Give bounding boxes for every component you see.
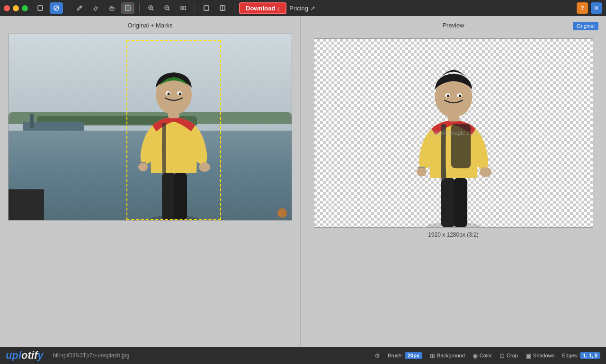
single-view-button[interactable] (200, 2, 213, 14)
original-image-canvas[interactable] (8, 34, 292, 221)
tool-separator-4 (234, 3, 234, 13)
right-panel: Preview Original (301, 16, 606, 347)
shadows-status-item[interactable]: ▣ Shadows (526, 352, 554, 359)
help-button[interactable]: ? (577, 2, 588, 14)
status-tools: ⚙ Brush: 20px ⊞ Background ◉ Color ⊡ Cro… (374, 352, 600, 359)
svg-rect-0 (38, 6, 43, 10)
brush-size-badge[interactable]: 20px (405, 352, 422, 359)
shadows-label: Shadows (533, 353, 554, 358)
zoom-out-button[interactable] (160, 2, 174, 14)
svg-rect-13 (204, 6, 209, 10)
svg-point-36 (458, 95, 461, 97)
main-content: Original + Marks (0, 16, 606, 347)
tool-separator-1 (68, 3, 68, 13)
svg-rect-29 (441, 178, 455, 227)
brush-status-item: Brush: 20px (388, 352, 422, 359)
settings-icon: ⚙ (374, 352, 380, 359)
window-close-button[interactable]: ✕ (591, 2, 602, 14)
right-panel-title: Preview (442, 22, 464, 29)
select-tool-button[interactable] (34, 2, 47, 14)
logo: upl (6, 349, 21, 362)
background-status-item[interactable]: ⊞ Background (430, 352, 465, 359)
color-label: Color (480, 353, 492, 358)
shadows-icon: ▣ (526, 352, 531, 359)
pencil-tool-button[interactable] (73, 2, 86, 14)
filename: bill-rpiO3N3Tp7o-unsplash.jpg (53, 352, 129, 359)
crop-label: Crop (507, 353, 518, 358)
fit-view-button[interactable] (177, 2, 190, 14)
color-status-item[interactable]: ◉ Color (472, 352, 492, 359)
crop-status-item[interactable]: ⊡ Crop (499, 352, 518, 359)
svg-line-9 (168, 9, 169, 10)
svg-rect-18 (174, 173, 187, 220)
tool-separator-3 (195, 3, 195, 13)
close-traffic-light[interactable] (4, 5, 10, 11)
edges-value-badge[interactable]: 1, 1, 0 (580, 352, 600, 359)
svg-point-23 (168, 93, 170, 95)
svg-point-24 (179, 93, 181, 95)
pricing-button[interactable]: Pricing ↗ (289, 5, 315, 12)
svg-point-39 (480, 167, 491, 177)
eraser-tool-button[interactable] (89, 2, 102, 14)
svg-point-40 (417, 168, 427, 177)
app-logo-area: upl otify (6, 349, 43, 362)
svg-rect-11 (181, 7, 183, 9)
crop-icon: ⊡ (499, 352, 505, 359)
svg-point-26 (199, 162, 210, 172)
edges-label: Edges: (562, 353, 578, 358)
logo-text: otify (21, 349, 43, 362)
traffic-lights (4, 5, 28, 11)
color-icon: ◉ (472, 352, 478, 359)
svg-rect-17 (162, 173, 175, 220)
svg-rect-30 (454, 178, 467, 227)
watermark: Clippingmagic.com (429, 130, 477, 136)
svg-line-2 (54, 6, 58, 10)
zoom-in-button[interactable] (144, 2, 158, 14)
left-panel-title: Original + Marks (128, 22, 173, 29)
edges-status-item: Edges: 1, 1, 0 (562, 352, 600, 359)
background-label: Background (437, 353, 465, 358)
tool-separator-2 (139, 3, 140, 13)
brush-label: Brush: (388, 353, 403, 358)
settings-status-item[interactable]: ⚙ (374, 352, 380, 359)
move-tool-button[interactable] (121, 2, 134, 14)
image-dimensions: 1920 x 1280px (3:2) (428, 231, 479, 238)
svg-point-27 (138, 163, 148, 171)
toolbar: Download ↓ Pricing ↗ ? ✕ (0, 0, 606, 16)
minimize-traffic-light[interactable] (13, 5, 19, 11)
svg-line-5 (152, 9, 153, 10)
maximize-traffic-light[interactable] (22, 5, 28, 11)
download-button[interactable]: Download ↓ (239, 2, 286, 14)
preview-image-canvas[interactable]: Clippingmagic.com (314, 38, 593, 228)
split-view-button[interactable] (216, 2, 229, 14)
status-bar: upl otify bill-rpiO3N3Tp7o-unsplash.jpg … (0, 347, 606, 364)
svg-rect-12 (184, 7, 186, 9)
background-icon: ⊞ (430, 352, 435, 359)
left-panel: Original + Marks (0, 16, 301, 347)
lasso-tool-button[interactable] (50, 2, 63, 14)
original-badge[interactable]: Original (573, 22, 598, 30)
hand-tool-button[interactable] (105, 2, 118, 14)
svg-point-35 (446, 95, 449, 97)
